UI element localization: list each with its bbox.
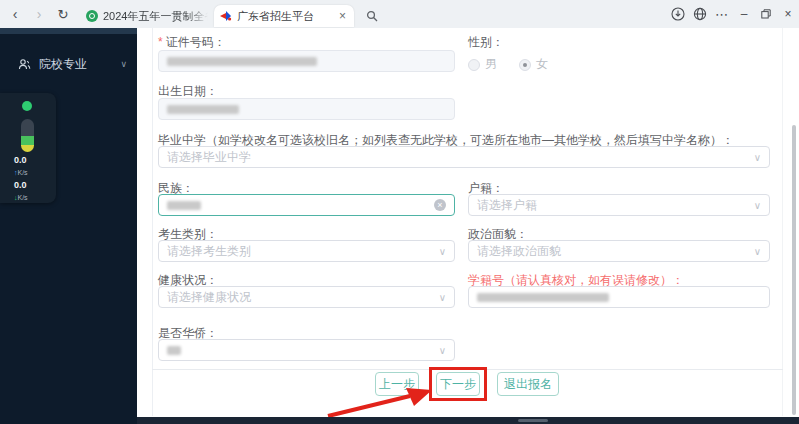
search-icon — [366, 10, 378, 22]
gender-radio-group: 男 女 — [468, 56, 570, 73]
birth-date-input[interactable] — [158, 98, 455, 120]
household-select[interactable]: 请选择户籍 ∨ — [468, 194, 770, 216]
tab-gd-platform[interactable]: 广东省招生平台 × — [214, 5, 354, 27]
tab-search-button[interactable] — [360, 6, 384, 26]
chevron-down-icon: ∨ — [754, 152, 761, 163]
bottom-strip — [137, 417, 799, 424]
chevron-down-icon: ∨ — [754, 200, 761, 211]
network-monitor-widget[interactable]: 0.0 ↑K/s 0.0 ↓K/s — [0, 93, 56, 203]
next-step-button[interactable]: 下一步 — [436, 372, 480, 396]
vertical-scrollbar-thumb[interactable] — [792, 125, 796, 415]
window-controls: ⋯ – × — [667, 0, 799, 28]
status-dot — [22, 101, 32, 111]
sidebar: 院校专业 ∨ 0.0 ↑K/s 0.0 ↓K/s — [0, 28, 137, 424]
radio-selected-icon — [519, 59, 531, 71]
tab-title: 2024年五年一贯制全省统考报名 — [103, 9, 208, 24]
ethnic-input[interactable]: × — [158, 194, 455, 216]
chevron-down-icon: ∨ — [754, 246, 761, 257]
extensions-globe-icon[interactable] — [689, 0, 711, 28]
download-icon[interactable] — [667, 0, 689, 28]
more-menu-icon[interactable]: ⋯ — [711, 0, 733, 28]
screen: ‹ › ↻ 2024年五年一贯制全省统考报名 广东省招生平台 × — [0, 0, 799, 424]
minimize-icon[interactable]: – — [733, 0, 755, 28]
student-no-input[interactable] — [468, 286, 770, 308]
horizontal-scrollbar-thumb[interactable] — [518, 419, 548, 422]
chevron-down-icon: ∨ — [439, 292, 446, 303]
prev-step-button[interactable]: 上一步 — [375, 372, 419, 396]
back-icon[interactable]: ‹ — [6, 6, 24, 22]
radio-male[interactable]: 男 — [468, 56, 497, 73]
upload-speed: 0.0 ↑K/s — [14, 156, 56, 177]
card-right-border — [782, 28, 783, 416]
refresh-icon[interactable]: ↻ — [54, 7, 72, 22]
download-speed: 0.0 ↓K/s — [14, 181, 56, 202]
battery-indicator — [21, 119, 34, 152]
clear-icon[interactable]: × — [434, 199, 446, 211]
chevron-down-icon: ∨ — [120, 59, 127, 69]
id-number-input[interactable] — [158, 50, 455, 72]
id-number-label: *证件号码： — [158, 34, 226, 51]
candidate-type-select[interactable]: 请选择考生类别 ∨ — [158, 240, 455, 262]
form-page: *证件号码： 性别： 男 女 出生日期： 毕业中学（如学校改名可选该校旧名；如列… — [137, 28, 799, 417]
forward-icon[interactable]: › — [30, 6, 48, 22]
school-select[interactable]: 请选择毕业中学 ∨ — [158, 146, 770, 168]
close-window-icon[interactable]: × — [777, 0, 799, 28]
health-select[interactable]: 请选择健康状况 ∨ — [158, 286, 455, 308]
tab-close-icon[interactable]: × — [337, 9, 348, 23]
tab-title: 广东省招生平台 — [237, 9, 333, 24]
radio-icon — [468, 59, 480, 71]
exit-signup-button[interactable]: 退出报名 — [497, 372, 559, 396]
political-select[interactable]: 请选择政治面貌 ∨ — [468, 240, 770, 262]
tab-favicon-pinwheel — [220, 10, 232, 22]
annotation-highlight-box: 下一步 — [429, 367, 487, 401]
tab-exam-signup[interactable]: 2024年五年一贯制全省统考报名 — [80, 5, 214, 27]
gender-label: 性别： — [468, 34, 504, 51]
chevron-down-icon: ∨ — [439, 345, 446, 356]
card-left-border — [152, 28, 153, 416]
tab-favicon-green — [86, 10, 98, 22]
browser-chrome: ‹ › ↻ 2024年五年一贯制全省统考报名 广东省招生平台 × — [0, 0, 799, 28]
form-footer: 上一步 下一步 退出报名 — [152, 372, 782, 401]
restore-icon[interactable] — [755, 0, 777, 28]
sidebar-item-label: 院校专业 — [39, 56, 87, 73]
sidebar-partial-item[interactable] — [0, 28, 137, 34]
radio-female[interactable]: 女 — [519, 56, 548, 73]
chevron-down-icon: ∨ — [439, 246, 446, 257]
sidebar-item-faculty-major[interactable]: 院校专业 ∨ — [0, 50, 137, 78]
faculty-icon — [18, 58, 31, 71]
overseas-select[interactable]: ∨ — [158, 339, 455, 361]
